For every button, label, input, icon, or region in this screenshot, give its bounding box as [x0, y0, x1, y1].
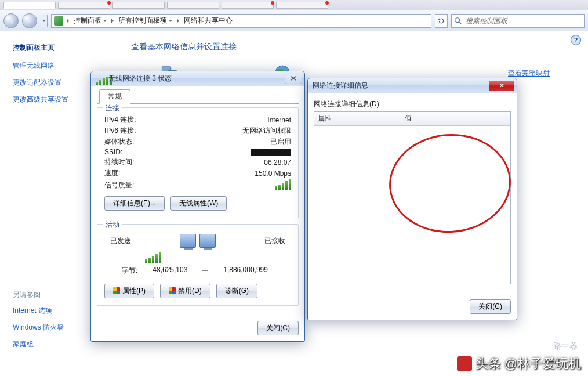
- browser-tab-strip: [0, 0, 588, 10]
- connection-group: 连接 IPv4 连接:Internet IPv6 连接:无网络访问权限 媒体状态…: [97, 107, 299, 218]
- watermark: 头条 @林子爱玩机: [457, 355, 581, 373]
- nav-back-button[interactable]: [3, 13, 19, 28]
- property-list[interactable]: 属性 值: [314, 111, 511, 284]
- properties-button[interactable]: 属性(P): [104, 284, 154, 298]
- breadcrumb-item[interactable]: 网络和共享中心: [183, 16, 234, 26]
- signal-bars-icon: [145, 252, 161, 263]
- control-panel-icon: [54, 16, 63, 26]
- ipv6-conn-label: IPv6 连接:: [104, 126, 136, 136]
- signal-icon: [96, 75, 105, 83]
- ssid-value: [251, 148, 291, 156]
- search-icon: [454, 17, 462, 25]
- explorer-address-row: 控制面板 所有控制面板项 网络和共享中心: [0, 10, 588, 31]
- search-input[interactable]: [464, 16, 582, 26]
- col-property[interactable]: 属性: [314, 112, 401, 125]
- chevron-right-icon: [111, 19, 114, 23]
- status-dialog: 无线网络连接 3 状态 常规 连接 IPv4 连接:Internet IPv6 …: [90, 71, 305, 342]
- sidebar-title: 控制面板主页: [13, 43, 92, 53]
- ipv6-conn-value: 无网络访问权限: [242, 126, 291, 136]
- ipv4-conn-value: Internet: [267, 116, 291, 124]
- svg-line-1: [459, 21, 462, 24]
- browser-tab[interactable]: [222, 2, 274, 9]
- signal-value: [275, 179, 291, 191]
- details-dialog: 网络连接详细信息 网络连接详细信息(D): 属性 值 关闭(C): [307, 78, 517, 320]
- computer-icon: [199, 234, 216, 248]
- media-state-label: 媒体状态:: [104, 137, 134, 147]
- property-list-header[interactable]: 属性 值: [314, 112, 510, 126]
- col-value[interactable]: 值: [401, 112, 510, 125]
- status-dialog-titlebar[interactable]: 无线网络连接 3 状态: [91, 71, 304, 86]
- breadcrumb-item[interactable]: 控制面板: [72, 16, 108, 26]
- sidebar-link-wireless[interactable]: 管理无线网络: [13, 61, 92, 71]
- seealso-link-firewall[interactable]: Windows 防火墙: [13, 323, 92, 332]
- ipv4-conn-label: IPv4 连接:: [104, 115, 136, 125]
- signal-label: 信号质量:: [104, 180, 134, 190]
- media-state-value: 已启用: [270, 137, 291, 147]
- speed-label: 速度:: [104, 168, 120, 178]
- details-button[interactable]: 详细信息(E)...: [104, 196, 165, 211]
- details-caption: 网络连接详细信息(D):: [314, 99, 511, 109]
- refresh-button[interactable]: [435, 14, 448, 28]
- browser-tab[interactable]: [3, 2, 56, 9]
- help-button[interactable]: ?: [571, 35, 581, 45]
- sidebar: 控制面板主页 管理无线网络 更改适配器设置 更改高级共享设置 另请参阅 Inte…: [0, 31, 99, 376]
- signal-bars-icon: [275, 179, 291, 190]
- sidebar-link-adapter[interactable]: 更改适配器设置: [13, 78, 92, 88]
- breadcrumb-item[interactable]: 所有控制面板项: [117, 16, 173, 26]
- status-dialog-title: 无线网络连接 3 状态: [108, 74, 172, 84]
- seealso-heading: 另请参阅: [13, 290, 92, 300]
- tab-strip: 常规: [97, 91, 299, 104]
- browser-tab[interactable]: [167, 2, 219, 9]
- breadcrumb-bar[interactable]: 控制面板 所有控制面板项 网络和共享中心: [51, 14, 431, 28]
- close-button[interactable]: 关闭(C): [470, 299, 511, 314]
- wireless-properties-button[interactable]: 无线属性(W): [170, 196, 227, 211]
- seealso-link-internet[interactable]: Internet 选项: [13, 306, 92, 316]
- computer-icon: [180, 234, 196, 248]
- group-legend: 连接: [103, 103, 122, 113]
- disable-button[interactable]: 禁用(D): [160, 284, 210, 298]
- activity-icon: [154, 234, 241, 248]
- close-button[interactable]: [489, 81, 514, 91]
- tab-general[interactable]: 常规: [99, 89, 130, 104]
- diagnose-button[interactable]: 诊断(G): [216, 284, 257, 298]
- full-map-link[interactable]: 查看完整映射: [508, 68, 550, 78]
- nav-history-dropdown[interactable]: [41, 15, 48, 27]
- seealso-link-homegroup[interactable]: 家庭组: [13, 339, 92, 349]
- ssid-redacted: [251, 149, 291, 156]
- bytes-label: 字节:: [122, 266, 137, 276]
- speed-value: 150.0 Mbps: [255, 169, 291, 178]
- chevron-right-icon: [177, 19, 179, 23]
- activity-group: 活动 已发送 已接收 字节: 48,625,103 1,886,000,999: [97, 224, 299, 306]
- duration-value: 06:28:07: [264, 158, 291, 167]
- browser-tab[interactable]: [276, 2, 328, 9]
- duration-label: 持续时间:: [104, 157, 134, 167]
- details-dialog-title: 网络连接详细信息: [313, 81, 368, 91]
- ssid-label: SSID:: [104, 148, 122, 156]
- search-box[interactable]: [451, 14, 585, 28]
- received-label: 已接收: [264, 236, 285, 246]
- close-button[interactable]: [285, 74, 302, 84]
- sidebar-link-sharing[interactable]: 更改高级共享设置: [13, 95, 92, 104]
- group-legend: 活动: [103, 220, 122, 230]
- recv-bytes-value: 1,886,000,999: [223, 266, 268, 276]
- sent-label: 已发送: [110, 236, 131, 246]
- svg-point-0: [455, 17, 460, 22]
- faint-watermark: 路中器: [553, 341, 578, 352]
- page-heading: 查看基本网络信息并设置连接: [131, 42, 573, 52]
- details-dialog-titlebar[interactable]: 网络连接详细信息: [308, 78, 517, 93]
- chevron-right-icon: [67, 19, 69, 23]
- browser-tab[interactable]: [112, 2, 165, 9]
- watermark-icon: [457, 356, 472, 371]
- close-button[interactable]: 关闭(C): [257, 321, 299, 335]
- browser-tab[interactable]: [58, 2, 110, 9]
- sent-bytes-value: 48,625,103: [153, 266, 187, 276]
- nav-forward-button[interactable]: [22, 13, 37, 28]
